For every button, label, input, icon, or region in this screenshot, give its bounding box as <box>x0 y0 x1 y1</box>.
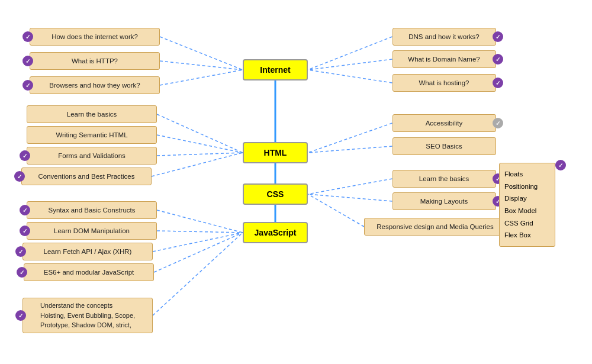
check-icon-r2: ✓ <box>493 54 503 65</box>
check-icon-l7: ✓ <box>14 171 25 182</box>
left-node-l7: Conventions and Best Practices <box>21 167 152 185</box>
left-node-l10: Learn Fetch API / Ajax (XHR) <box>22 243 153 260</box>
left-node-l1: How does the internet work? <box>30 28 160 46</box>
right-node-r1: DNS and how it works? <box>392 28 496 46</box>
check-icon-l1: ✓ <box>22 31 33 42</box>
check-icon-r3: ✓ <box>493 78 503 88</box>
left-node-l12: Understand the conceptsHoisting, Event B… <box>22 298 153 333</box>
right-node-r7: Making Layouts <box>392 192 496 210</box>
left-node-l8: Syntax and Basic Constructs <box>27 201 157 219</box>
sub-node-label: Flex Box <box>504 229 550 241</box>
check-icon-l3: ✓ <box>22 80 33 91</box>
svg-line-6 <box>152 153 243 176</box>
svg-line-13 <box>308 59 392 70</box>
svg-line-7 <box>157 210 243 233</box>
sub-node-label: Floats <box>504 168 550 181</box>
svg-line-15 <box>308 123 392 153</box>
sub-nodes-group: FloatsPositioningDisplayBox ModelCSS Gri… <box>499 163 555 247</box>
check-icon-l9: ✓ <box>20 226 30 236</box>
svg-line-12 <box>308 37 392 70</box>
right-node-r8: Responsive design and Media Queries <box>364 218 506 236</box>
right-node-r6: Learn the basics <box>392 170 496 188</box>
check-icon-l10: ✓ <box>15 246 26 257</box>
center-node-html: HTML <box>243 142 308 163</box>
left-node-l9: Learn DOM Manipulation <box>27 222 157 240</box>
check-icon-l12: ✓ <box>15 310 26 321</box>
check-icon-l11: ✓ <box>17 267 27 278</box>
right-node-r5: SEO Basics <box>392 137 496 155</box>
sub-node-label: Positioning <box>504 181 550 193</box>
left-node-l3: Browsers and how they work? <box>30 76 160 94</box>
check-icon-l8: ✓ <box>20 205 30 215</box>
svg-line-8 <box>157 231 243 233</box>
check-icon-r1: ✓ <box>493 31 503 42</box>
left-node-l6: Forms and Validations <box>27 147 157 165</box>
center-node-js: JavaScript <box>243 222 308 243</box>
svg-line-1 <box>160 61 243 70</box>
svg-line-16 <box>308 146 392 153</box>
check-icon-l2: ✓ <box>22 56 33 66</box>
left-node-l4: Learn the basics <box>27 105 157 123</box>
svg-line-5 <box>157 153 243 156</box>
svg-line-3 <box>157 114 243 153</box>
center-node-css: CSS <box>243 183 308 205</box>
check-icon-subnodes: ✓ <box>555 160 566 170</box>
right-node-r2: What is Domain Name? <box>392 50 496 68</box>
svg-line-17 <box>308 179 392 194</box>
check-icon-r4: ✓ <box>493 118 503 128</box>
svg-line-9 <box>153 233 243 252</box>
svg-line-4 <box>157 135 243 153</box>
left-node-l11: ES6+ and modular JavaScript <box>24 263 154 281</box>
svg-line-2 <box>160 70 243 85</box>
svg-line-11 <box>153 233 243 315</box>
svg-line-18 <box>308 194 392 201</box>
sub-node-label: CSS Grid <box>504 217 550 230</box>
check-icon-l6: ✓ <box>20 150 30 161</box>
svg-line-0 <box>160 37 243 70</box>
left-node-l2: What is HTTP? <box>30 52 160 70</box>
sub-node-label: Box Model <box>504 205 550 217</box>
sub-node-label: Display <box>504 192 550 205</box>
left-node-l5: Writing Semantic HTML <box>27 126 157 144</box>
right-node-r4: Accessibility <box>392 114 496 132</box>
svg-line-10 <box>154 233 243 272</box>
center-node-internet: Internet <box>243 59 308 80</box>
mindmap-canvas: InternetHTMLCSSJavaScriptHow does the in… <box>0 0 592 364</box>
svg-line-14 <box>308 70 392 83</box>
svg-line-19 <box>308 194 364 227</box>
right-node-r3: What is hosting? <box>392 74 496 92</box>
